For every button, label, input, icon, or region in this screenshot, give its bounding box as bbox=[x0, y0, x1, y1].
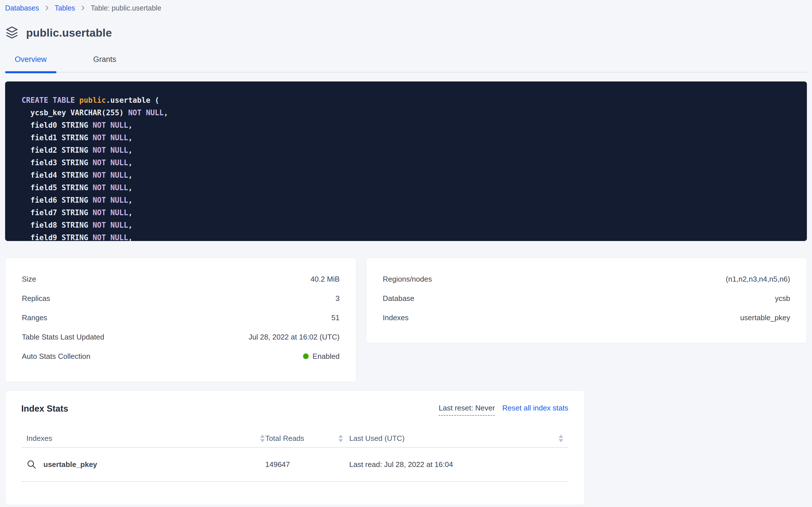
last-reset-label[interactable]: Last reset: Never bbox=[439, 404, 495, 416]
sql-token: field3 STRING bbox=[21, 158, 92, 167]
column-label: Indexes bbox=[26, 434, 52, 443]
sql-code-line: field8 STRING NOT NULL, bbox=[21, 219, 807, 231]
index-table-row[interactable]: usertable_pkey 149647 Last read: Jul 28,… bbox=[21, 448, 568, 481]
sql-code-line: field3 STRING NOT NULL, bbox=[21, 156, 807, 169]
index-total-reads: 149647 bbox=[265, 460, 343, 469]
stat-value: 3 bbox=[336, 294, 339, 303]
search-icon bbox=[26, 459, 37, 469]
sql-token: , bbox=[128, 171, 133, 179]
table-info-card: Regions/nodes(n1,n2,n3,n4,n5,n6)Database… bbox=[366, 258, 807, 343]
sql-code-line: field7 STRING NOT NULL, bbox=[21, 206, 807, 219]
sql-token: , bbox=[128, 133, 133, 142]
stat-row: Databaseycsb bbox=[383, 289, 790, 308]
stack-layers-icon bbox=[5, 26, 19, 40]
sql-token: NOT NULL bbox=[92, 146, 128, 155]
sql-token: field5 STRING bbox=[21, 183, 92, 192]
create-table-sql-block: CREATE TABLE public.usertable ( ycsb_key… bbox=[5, 81, 807, 241]
stat-value-text: Enabled bbox=[313, 352, 339, 361]
sql-token: NOT NULL bbox=[92, 196, 128, 205]
sql-token: NOT NULL bbox=[92, 233, 128, 241]
stat-label: Auto Stats Collection bbox=[22, 352, 90, 361]
chevron-right-icon bbox=[45, 5, 49, 11]
sql-token: field6 STRING bbox=[21, 196, 92, 205]
sql-token: NOT NULL bbox=[92, 208, 128, 217]
index-table-header: Indexes Total Reads Last Used (UTC) bbox=[21, 430, 568, 447]
status-dot-icon bbox=[303, 353, 309, 359]
index-stats-card: Index Stats Last reset: Never Reset all … bbox=[5, 390, 584, 505]
sql-code-line: ycsb_key VARCHAR(255) NOT NULL, bbox=[21, 106, 807, 119]
stat-label: Regions/nodes bbox=[383, 275, 432, 284]
column-header-total-reads[interactable]: Total Reads bbox=[265, 434, 343, 443]
sql-token: , bbox=[128, 221, 133, 229]
stat-value: Jul 28, 2022 at 16:02 (UTC) bbox=[249, 333, 339, 341]
stat-label: Replicas bbox=[22, 294, 50, 303]
index-stats-title: Index Stats bbox=[21, 404, 68, 414]
sort-icon[interactable] bbox=[338, 435, 343, 442]
column-header-indexes[interactable]: Indexes bbox=[26, 434, 265, 443]
sort-icon[interactable] bbox=[260, 435, 265, 442]
sql-token: , bbox=[128, 146, 133, 155]
stat-value: (n1,n2,n3,n4,n5,n6) bbox=[726, 275, 790, 284]
sql-token: .usertable ( bbox=[106, 96, 159, 105]
sql-code-line: field2 STRING NOT NULL, bbox=[21, 144, 807, 156]
summary-cards-row: Size40.2 MiBReplicas3Ranges51Table Stats… bbox=[5, 258, 807, 382]
index-stats-controls: Last reset: Never Reset all index stats bbox=[439, 404, 568, 416]
stat-value-text: usertable_pkey bbox=[740, 314, 790, 322]
sql-token: field7 STRING bbox=[21, 208, 92, 217]
reset-all-index-stats-link[interactable]: Reset all index stats bbox=[502, 404, 568, 412]
sql-token: , bbox=[128, 183, 133, 192]
sql-token: , bbox=[128, 158, 133, 167]
sql-token: NOT NULL bbox=[92, 121, 128, 129]
stat-value-text: 3 bbox=[336, 294, 339, 303]
stat-value-text: 40.2 MiB bbox=[310, 275, 339, 284]
breadcrumb-tables-link[interactable]: Tables bbox=[55, 4, 75, 12]
stat-value-text: 51 bbox=[331, 314, 339, 322]
tab-grants[interactable]: Grants bbox=[84, 55, 126, 72]
stat-row: Ranges51 bbox=[22, 308, 339, 327]
stat-label: Indexes bbox=[383, 314, 409, 322]
index-last-used: Last read: Jul 28, 2022 at 16:04 bbox=[343, 460, 563, 469]
sort-icon[interactable] bbox=[559, 435, 563, 442]
stat-row: Replicas3 bbox=[22, 289, 339, 308]
index-stats-header: Index Stats Last reset: Never Reset all … bbox=[21, 404, 568, 416]
sql-token: field1 STRING bbox=[21, 133, 92, 142]
sql-token: , bbox=[128, 233, 133, 241]
sql-code-line: field5 STRING NOT NULL, bbox=[21, 181, 807, 194]
page-title-row: public.usertable bbox=[5, 25, 807, 41]
sql-token: , bbox=[128, 121, 133, 129]
sql-token: , bbox=[128, 196, 133, 205]
stat-value: usertable_pkey bbox=[740, 314, 790, 322]
sql-token: NOT NULL bbox=[92, 158, 128, 167]
table-details-page: Databases Tables Table: public.usertable… bbox=[0, 3, 812, 505]
stat-label: Size bbox=[22, 275, 36, 284]
sql-token: field8 STRING bbox=[21, 221, 92, 229]
breadcrumb-databases-link[interactable]: Databases bbox=[5, 4, 39, 12]
stat-value-text: Jul 28, 2022 at 16:02 (UTC) bbox=[249, 333, 339, 341]
sql-token: , bbox=[128, 208, 133, 217]
page-title: public.usertable bbox=[26, 27, 112, 39]
breadcrumb: Databases Tables Table: public.usertable bbox=[5, 3, 807, 12]
sql-token: field0 STRING bbox=[21, 121, 92, 129]
sql-token: CREATE TABLE bbox=[21, 96, 79, 105]
tab-overview[interactable]: Overview bbox=[5, 55, 56, 72]
sql-token: field4 STRING bbox=[21, 171, 92, 179]
stat-value: 51 bbox=[331, 314, 339, 322]
sql-code-line: field0 STRING NOT NULL, bbox=[21, 119, 807, 131]
stat-value: 40.2 MiB bbox=[310, 275, 339, 284]
sql-code-line: field9 STRING NOT NULL, bbox=[21, 231, 807, 241]
stat-row: Table Stats Last UpdatedJul 28, 2022 at … bbox=[22, 327, 339, 347]
stat-row: Auto Stats CollectionEnabled bbox=[22, 347, 339, 366]
sql-token: NOT NULL bbox=[128, 108, 164, 117]
sql-code-line: field4 STRING NOT NULL, bbox=[21, 169, 807, 181]
sql-token: , bbox=[164, 108, 168, 117]
table-separator bbox=[21, 481, 568, 482]
column-label: Total Reads bbox=[265, 434, 304, 443]
sql-token: ycsb_key VARCHAR(255) bbox=[21, 108, 128, 117]
column-header-last-used[interactable]: Last Used (UTC) bbox=[343, 434, 563, 443]
index-name[interactable]: usertable_pkey bbox=[44, 460, 97, 469]
sql-token: NOT NULL bbox=[92, 221, 128, 229]
stat-value-text: (n1,n2,n3,n4,n5,n6) bbox=[726, 275, 790, 284]
sql-token: NOT NULL bbox=[92, 183, 128, 192]
stat-value: ycsb bbox=[775, 294, 790, 303]
stat-row: Size40.2 MiB bbox=[22, 269, 339, 289]
